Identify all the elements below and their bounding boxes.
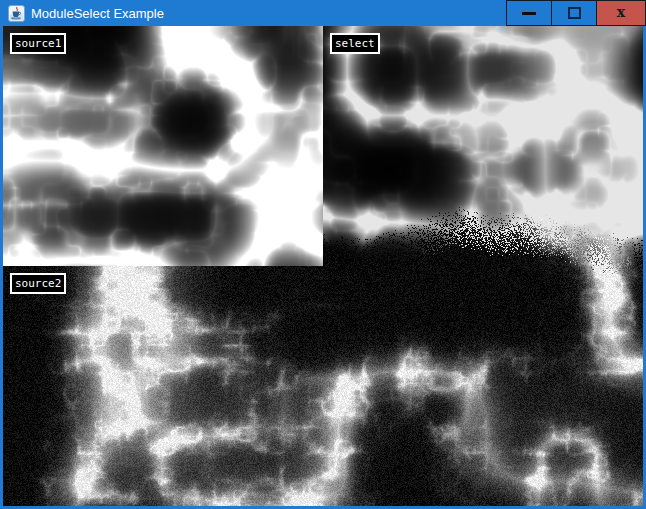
- source1-image: [3, 26, 323, 266]
- app-window: ModuleSelect Example x source1 select so…: [0, 0, 646, 509]
- minimize-button[interactable]: [506, 0, 551, 26]
- noise-render-area: source1 select source2: [3, 26, 643, 506]
- source2-label: source2: [10, 273, 66, 294]
- select-label: select: [330, 33, 380, 54]
- window-title: ModuleSelect Example: [31, 6, 164, 21]
- window-controls: x: [506, 0, 646, 26]
- maximize-button[interactable]: [551, 0, 596, 26]
- close-icon: x: [617, 5, 625, 19]
- source1-label: source1: [10, 33, 66, 54]
- source2-image: [3, 266, 323, 506]
- maximize-icon: [568, 7, 581, 19]
- minimize-icon: [522, 12, 536, 15]
- titlebar[interactable]: ModuleSelect Example x: [0, 0, 646, 26]
- java-app-icon: [8, 5, 25, 22]
- close-button[interactable]: x: [596, 0, 646, 26]
